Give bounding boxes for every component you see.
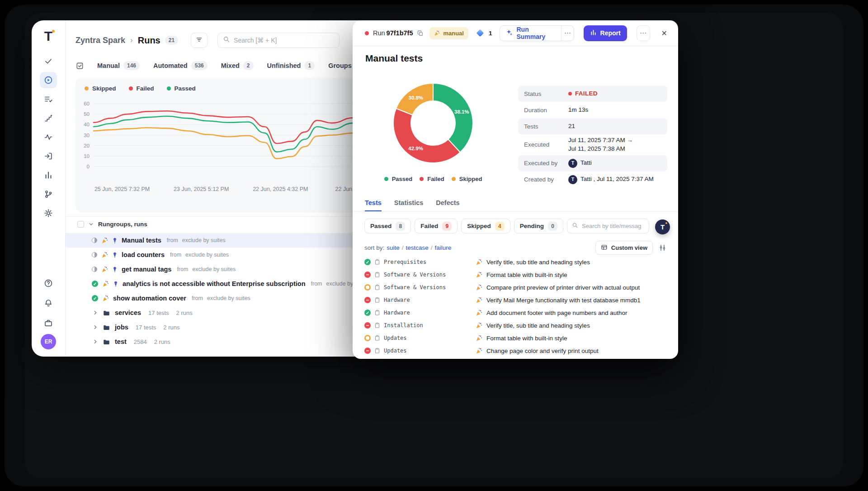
filter-pending[interactable]: Pending0 [514, 219, 563, 234]
view-settings-icon[interactable] [659, 244, 666, 252]
logo-accent-dot [665, 222, 667, 224]
sidebar-item-help[interactable] [40, 275, 57, 291]
confetti-icon [476, 297, 482, 304]
test-row[interactable]: Software & VersionsCompare print preview… [364, 281, 675, 294]
select-all-checkbox[interactable] [77, 221, 84, 228]
sort-by-failure[interactable]: failure [435, 244, 452, 251]
sort-by-testcase[interactable]: testcase [406, 244, 429, 251]
svg-text:40: 40 [84, 122, 90, 127]
legend-dot [129, 86, 133, 91]
stat-row: ExecutedJul 11, 2025 7:37 AM →Jul 11, 20… [518, 134, 667, 155]
avatar: T [568, 175, 577, 184]
donut-slice-passed [433, 83, 473, 153]
run-title: Manual tests [365, 53, 423, 64]
linked-issue-count: 1 [489, 30, 492, 37]
linked-issue-icon[interactable] [476, 29, 484, 37]
confetti-icon [476, 284, 482, 291]
custom-view-button[interactable]: Custom view [595, 241, 653, 255]
svg-text:20: 20 [84, 143, 90, 148]
run-status-dot [365, 31, 369, 35]
filter-button[interactable] [191, 33, 208, 48]
manual-badge: manual [429, 27, 468, 39]
run-summary-button-group: Run Summary ⋯ [500, 25, 574, 41]
folder-icon [103, 338, 110, 345]
test-row[interactable]: −Software & VersionsFormat table with bu… [364, 268, 675, 281]
clipboard-icon [374, 297, 380, 303]
donut-legend-failed: Failed [420, 176, 444, 182]
failed-icon: − [364, 322, 371, 329]
sidebar-item-branch[interactable] [40, 186, 57, 202]
legend-failed: Failed [129, 85, 154, 92]
sidebar-item-list-check[interactable] [40, 91, 57, 107]
tab-automated[interactable]: Automated536 [147, 58, 213, 73]
test-row[interactable]: ✓PrerequisitesVerify title, sub title an… [364, 256, 675, 268]
sort-by-suite[interactable]: suite [387, 244, 400, 251]
sidebar-item-activity[interactable] [40, 129, 57, 145]
drawer-more-button[interactable]: ⋯ [637, 25, 650, 41]
confetti-icon [476, 322, 482, 329]
run-label: Run [373, 29, 385, 37]
breadcrumb-parent[interactable]: Zyntra Spark [75, 36, 125, 45]
donut-slice-failed [393, 109, 460, 163]
sidebar-item-play-circle[interactable] [40, 72, 57, 88]
svg-text:25 Jun, 2025 7:32 PM: 25 Jun, 2025 7:32 PM [94, 186, 150, 192]
tab-statistics[interactable]: Statistics [394, 195, 423, 211]
run-summary-button[interactable]: Run Summary [500, 26, 561, 41]
filter-skipped[interactable]: Skipped4 [461, 219, 510, 234]
chevron-right-icon[interactable] [93, 339, 98, 344]
passed-icon: ✓ [92, 295, 98, 301]
test-row[interactable]: ✓HardwareAdd document footer with page n… [364, 306, 675, 319]
filter-failed[interactable]: Failed9 [415, 219, 458, 234]
sidebar-item-gear[interactable] [40, 205, 57, 221]
tab-mixed[interactable]: Mixed2 [215, 58, 259, 73]
sidebar-item-steps[interactable] [40, 110, 57, 126]
sidebar-item-briefcase[interactable] [40, 315, 57, 331]
steps-icon [44, 114, 53, 123]
pin-icon [112, 237, 118, 244]
close-icon[interactable]: ✕ [659, 26, 670, 40]
copy-icon[interactable] [417, 30, 424, 37]
bell-icon [44, 299, 53, 308]
select-runs-icon[interactable] [75, 62, 84, 70]
stat-row: Created byTTatti , Jul 11, 2025 7:37 AM [518, 172, 667, 188]
table-icon [601, 244, 608, 252]
results-donut-chart: 38.1%42.9%30.8% [390, 80, 476, 166]
chart-legend: SkippedFailedPassed [85, 85, 196, 92]
branch-icon [44, 190, 53, 199]
user-avatar[interactable]: ER [41, 334, 56, 349]
test-row[interactable]: −UpdatesChange page color and verify pri… [364, 344, 675, 357]
tab-unfinished[interactable]: Unfinished1 [261, 58, 321, 73]
assistant-logo-button[interactable]: T [655, 219, 670, 234]
tab-tests[interactable]: Tests [365, 195, 382, 211]
report-button[interactable]: Report [584, 25, 627, 41]
test-row[interactable]: −HardwareVerify Mail Merge functionality… [364, 294, 675, 306]
confetti-icon [102, 295, 109, 302]
test-row[interactable]: UpdatesFormat table with built-in style [364, 332, 675, 344]
confetti-icon [476, 259, 482, 266]
sparkles-icon [506, 29, 513, 37]
play-circle-icon [44, 76, 53, 85]
in-progress-icon [92, 238, 97, 243]
pin-icon [113, 281, 118, 287]
search-input[interactable] [234, 37, 334, 44]
tab-manual[interactable]: Manual146 [91, 58, 146, 73]
test-results-list: ✓PrerequisitesVerify title, sub title an… [364, 256, 675, 359]
sidebar-item-import[interactable] [40, 148, 57, 164]
app-logo[interactable]: T [44, 29, 52, 43]
sidebar-item-bell[interactable] [40, 295, 57, 311]
sidebar-item-check[interactable] [40, 53, 57, 69]
in-progress-icon [92, 252, 97, 257]
chevron-right-icon[interactable] [93, 310, 98, 315]
run-summary-more-button[interactable]: ⋯ [561, 26, 574, 41]
run-stats-table: StatusFAILEDDuration1m 13sTests21Execute… [518, 86, 667, 188]
tab-defects[interactable]: Defects [436, 195, 459, 211]
chevron-right-icon[interactable] [93, 324, 98, 330]
sidebar: T ER [32, 20, 66, 357]
sidebar-item-bar-chart[interactable] [40, 167, 57, 183]
chevron-down-icon[interactable] [88, 221, 94, 227]
test-search-input[interactable] [582, 223, 644, 229]
test-row[interactable]: −InstallationVerify title, sub title and… [364, 319, 675, 332]
run-id: 97f1b7f5 [387, 29, 413, 37]
confetti-icon [101, 252, 108, 258]
filter-passed[interactable]: Passed8 [364, 219, 411, 234]
